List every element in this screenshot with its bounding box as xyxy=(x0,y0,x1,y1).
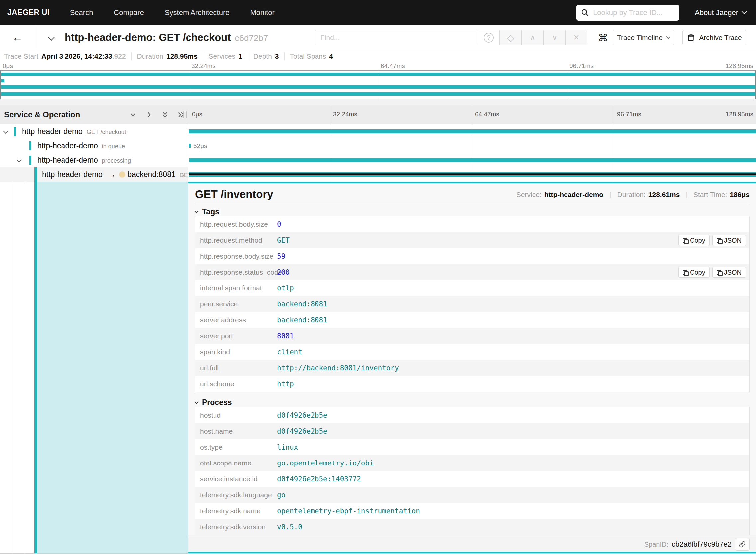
span-operation-title: GET /inventory xyxy=(195,188,273,201)
span-bar-in-queue[interactable] xyxy=(189,144,191,148)
expand-one-icon[interactable] xyxy=(145,111,153,119)
service-value: http-header-demo xyxy=(544,191,604,199)
span-row-processing[interactable]: http-header-demoprocessing xyxy=(0,153,756,167)
expand-collapse-controls xyxy=(129,105,185,124)
services-value: 1 xyxy=(238,52,242,60)
span-name-cell[interactable]: http-header-demoin queue xyxy=(0,139,188,153)
nav-item-compare[interactable]: Compare xyxy=(114,8,144,17)
table-row[interactable]: http.response.status_code200 Copy JSON xyxy=(195,264,749,280)
timeline-ruler: 0μs 32.24ms 64.47ms 96.71ms 128.95ms xyxy=(188,105,756,124)
timeline-tick-0: 0μs xyxy=(192,111,202,118)
chevron-down-icon[interactable] xyxy=(17,157,21,163)
services-label: Services xyxy=(209,52,236,60)
copy-json-button[interactable]: JSON xyxy=(712,266,746,278)
find-help-button[interactable]: ? xyxy=(478,30,500,45)
table-row[interactable]: telemetry.sdk.versionv0.5.0 xyxy=(195,519,749,535)
process-key: telemetry.sdk.name xyxy=(195,507,277,515)
row-actions: Copy JSON xyxy=(678,266,746,278)
about-jaeger-menu[interactable]: About Jaeger xyxy=(695,8,746,17)
table-row[interactable]: internal.span.formatotlp xyxy=(195,280,749,296)
tag-value: 200 xyxy=(277,268,290,276)
nav-item-search[interactable]: Search xyxy=(70,8,93,17)
find-input[interactable] xyxy=(315,30,478,45)
copy-icon xyxy=(682,270,687,274)
process-value: go xyxy=(277,491,285,499)
find-next-button[interactable]: ∨ xyxy=(544,30,566,45)
copy-icon xyxy=(682,238,687,243)
chevron-down-icon: ∨ xyxy=(552,33,557,42)
table-row[interactable]: server.addressbackend:8081 xyxy=(195,312,749,328)
copy-value-button[interactable]: Copy xyxy=(678,234,710,246)
nav-right: About Jaeger xyxy=(576,5,746,20)
tags-section-toggle[interactable]: Tags xyxy=(195,207,220,216)
trace-minimap[interactable]: 0μs 32.24ms 64.47ms 96.71ms 128.95ms xyxy=(0,62,756,99)
table-row[interactable]: os.typelinux xyxy=(195,439,749,455)
arrow-right-icon: → xyxy=(108,170,116,179)
span-name-cell[interactable]: http-header-demo →backend:8081GET /... xyxy=(0,167,188,182)
span-name-cell[interactable]: http-header-demoGET /checkout xyxy=(0,124,188,139)
span-detail-panel: GET /inventory Service: http-header-demo… xyxy=(188,182,756,553)
archive-trace-button[interactable]: Archive Trace xyxy=(682,30,746,45)
column-resizer-handle[interactable] xyxy=(183,112,187,118)
minimap-tick-2: 64.47ms xyxy=(381,62,405,70)
table-row[interactable]: host.idd0f4926e2b5e xyxy=(195,407,749,423)
table-row[interactable]: http.request.body.size0 xyxy=(195,216,749,232)
span-name-cell[interactable]: http-header-demoprocessing xyxy=(0,153,188,167)
tags-section-title: Tags xyxy=(202,207,220,216)
table-row[interactable]: telemetry.sdk.languagego xyxy=(195,487,749,503)
span-row-checkout[interactable]: http-header-demoGET /checkout xyxy=(0,124,756,139)
row-grid xyxy=(188,139,756,153)
span-bar-checkout[interactable] xyxy=(189,129,756,133)
collapse-trace-icon[interactable] xyxy=(49,34,53,41)
process-section-toggle[interactable]: Process xyxy=(195,398,232,407)
span-operation: in queue xyxy=(102,143,125,150)
chevron-down-icon xyxy=(194,399,199,404)
span-row-backend-selected[interactable]: http-header-demo →backend:8081GET /... xyxy=(0,167,756,182)
table-row[interactable]: otel.scope.namego.opentelemetry.io/obi xyxy=(195,455,749,471)
table-row[interactable]: service.instance.idd0f4926e2b5e:1403772 xyxy=(195,471,749,487)
find-focus-button[interactable]: ◇ xyxy=(500,30,522,45)
find-clear-button[interactable]: ✕ xyxy=(566,30,587,45)
tag-key: http.response.status_code xyxy=(195,268,277,276)
nav-item-monitor[interactable]: Monitor xyxy=(250,8,275,17)
process-section-title: Process xyxy=(202,398,232,407)
minimap-tick-4: 128.95ms xyxy=(726,62,753,70)
peer-service-name: backend:8081 xyxy=(127,170,176,179)
span-service-name: http-header-demoin queue xyxy=(37,141,125,151)
peer-service-dot-icon xyxy=(119,171,125,178)
trace-view-select[interactable]: Trace Timeline xyxy=(613,30,674,45)
nav-item-system-architecture[interactable]: System Architecture xyxy=(164,8,230,17)
find-prev-button[interactable]: ∧ xyxy=(522,30,544,45)
table-row[interactable]: http.request.methodGET Copy JSON xyxy=(195,232,749,248)
table-row[interactable]: telemetry.sdk.nameopentelemetry-ebpf-ins… xyxy=(195,503,749,519)
trace-id-search[interactable] xyxy=(576,5,679,20)
back-button[interactable]: ← xyxy=(0,25,35,50)
detail-left-strip xyxy=(0,182,188,553)
trace-id-search-input[interactable] xyxy=(593,8,674,17)
minimap-viewport-handle[interactable] xyxy=(0,70,756,99)
span-service-name: http-header-demo →backend:8081GET /... xyxy=(42,170,199,179)
table-row[interactable]: peer.servicebackend:8081 xyxy=(195,296,749,312)
table-row[interactable]: url.schemehttp xyxy=(195,376,749,392)
table-row[interactable]: host.named0f4926e2b5e xyxy=(195,423,749,439)
table-row[interactable]: http.response.body.size59 xyxy=(195,248,749,264)
table-row[interactable]: server.port8081 xyxy=(195,328,749,344)
ruler-separator xyxy=(614,105,614,124)
depth-label: Depth xyxy=(253,52,272,60)
brand-logo[interactable]: JAEGER UI xyxy=(7,8,50,17)
table-row[interactable]: span.kindclient xyxy=(195,344,749,360)
copy-value-button[interactable]: Copy xyxy=(678,266,710,278)
span-bar-processing[interactable] xyxy=(189,158,756,162)
deep-link-button[interactable] xyxy=(735,538,750,551)
collapse-all-icon[interactable] xyxy=(161,111,169,119)
copy-json-button[interactable]: JSON xyxy=(712,234,746,246)
table-row[interactable]: url.fullhttp://backend:8081/inventory xyxy=(195,360,749,376)
minimap-canvas[interactable] xyxy=(0,70,756,99)
chevron-down-icon[interactable] xyxy=(4,128,8,135)
trace-start-group: Trace Start April 3 2026, 14:42:33.922 xyxy=(4,52,132,60)
keyboard-shortcuts-button[interactable]: ⌘ xyxy=(595,30,612,45)
timeline-tick-2: 64.47ms xyxy=(475,111,499,118)
span-row-in-queue[interactable]: http-header-demoin queue 52μs xyxy=(0,139,756,153)
collapse-one-icon[interactable] xyxy=(129,111,137,119)
span-bar-backend[interactable] xyxy=(189,172,756,177)
